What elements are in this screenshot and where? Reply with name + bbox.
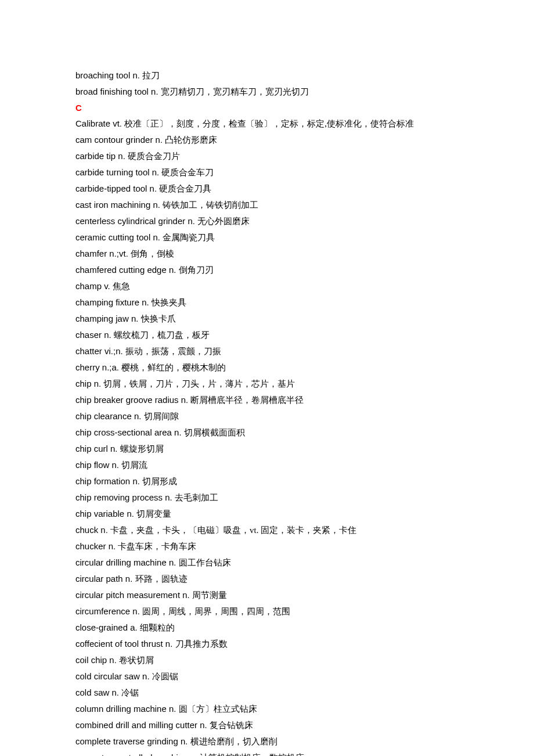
term: chaser n.	[75, 330, 114, 340]
term: chip curl n.	[75, 444, 120, 453]
term: coffecient of tool thrust n.	[75, 639, 175, 649]
definition: 振动，振荡，震颤，刀振	[125, 347, 221, 356]
definition: 横进给磨削，切入磨削	[190, 737, 277, 746]
term: cold saw n.	[75, 687, 121, 697]
section-heading: C	[75, 100, 459, 116]
definition: 焦急	[113, 282, 130, 291]
definition: 金属陶瓷刀具	[163, 233, 215, 242]
definition: 圆〔方〕柱立式钻床	[179, 704, 257, 714]
glossary-entry: cold circular saw n. 冷圆锯	[75, 668, 459, 685]
term: cast iron machining n.	[75, 200, 163, 210]
definition: 螺旋形切屑	[120, 444, 164, 453]
term: carbide-tipped tool n.	[75, 183, 159, 193]
term: circumference n.	[75, 606, 142, 616]
term: chip breaker groove radius n.	[75, 395, 190, 405]
term: champ v.	[75, 281, 113, 291]
term: circular pitch measurement n.	[75, 590, 192, 600]
definition: 铸铁加工，铸铁切削加工	[163, 200, 258, 210]
term: chip flow n.	[75, 460, 121, 470]
definition: 硬质合金车刀	[161, 168, 214, 177]
term: broaching tool n.	[75, 70, 142, 80]
term: chuck n.	[75, 525, 110, 535]
term: circular drilling machine n.	[75, 557, 179, 567]
glossary-entry: cherry n.;a. 樱桃，鲜红的，樱桃木制的	[75, 359, 459, 376]
term: champing fixture n.	[75, 297, 151, 307]
term: chip cross-sectional area n.	[75, 427, 184, 437]
glossary-entry: broad finishing tool n. 宽刃精切刀，宽刃精车刀，宽刃光切…	[75, 84, 459, 100]
glossary-entry: chip clearance n. 切屑间隙	[75, 408, 459, 424]
term: chatter vi.;n.	[75, 346, 125, 356]
term: chamfer n.;vt.	[75, 249, 131, 258]
term: ceramic cutting tool n.	[75, 232, 163, 242]
glossary-entry: broaching tool n. 拉刀	[75, 67, 459, 84]
definition: 断屑槽底半径，卷屑槽底半径	[190, 395, 304, 405]
glossary-entry: chaser n. 螺纹梳刀，梳刀盘，板牙	[75, 327, 459, 343]
definition: 复合钻铣床	[210, 721, 253, 730]
glossary-entry: chip curl n. 螺旋形切屑	[75, 441, 459, 457]
glossary-entry: carbide-tipped tool n. 硬质合金刀具	[75, 181, 459, 197]
glossary-entry: cold saw n. 冷锯	[75, 685, 459, 701]
term: close-grained a.	[75, 622, 140, 632]
definition: 卷状切屑	[119, 656, 154, 665]
glossary-entry: chucker n. 卡盘车床，卡角车床	[75, 538, 459, 555]
glossary-entry: carbide tip n. 硬质合金刀片	[75, 148, 459, 164]
definition: 切屑变量	[136, 509, 171, 519]
glossary-entry: chip breaker groove radius n. 断屑槽底半径，卷屑槽…	[75, 392, 459, 408]
term: centerless cylindrical grinder n.	[75, 216, 197, 226]
term: chip variable n.	[75, 509, 136, 519]
definition: 倒角刀刃	[179, 265, 214, 275]
definition: 切屑流	[121, 460, 147, 470]
term: chamfered cutting edge n.	[75, 265, 179, 275]
term: Calibrate vt.	[75, 118, 124, 128]
term: cherry n.;a.	[75, 362, 121, 372]
glossary-entry: circular drilling machine n. 圆工作台钻床	[75, 555, 459, 571]
definition: 倒角，倒棱	[131, 249, 174, 258]
term: cold circular saw n.	[75, 671, 152, 681]
definition: 计算机控制机床，数控机床	[200, 753, 304, 756]
term: chip n.	[75, 379, 103, 388]
glossary-entry: chip flow n. 切屑流	[75, 457, 459, 473]
glossary-entry: champing jaw n. 快换卡爪	[75, 311, 459, 327]
glossary-entry: champing fixture n. 快换夹具	[75, 294, 459, 311]
term: chip formation n.	[75, 476, 142, 486]
glossary-entry: complete traverse grinding n. 横进给磨削，切入磨削	[75, 733, 459, 750]
term: champing jaw n.	[75, 314, 141, 323]
term: complete traverse grinding n.	[75, 736, 190, 746]
definition: 刀具推力系数	[175, 639, 228, 649]
term: computer-controlled machine n.	[75, 753, 200, 756]
document-page: broaching tool n. 拉刀broad finishing tool…	[0, 0, 534, 756]
glossary-entry: chip n. 切屑，铁屑，刀片，刀头，片，薄片，芯片，基片	[75, 376, 459, 392]
glossary-entry: ceramic cutting tool n. 金属陶瓷刀具	[75, 229, 459, 246]
term: coil chip n.	[75, 655, 119, 665]
glossary-entry: Calibrate vt. 校准〔正〕，刻度，分度，检查〔验〕，定标，标定,使标…	[75, 116, 459, 132]
definition: 硬质合金刀片	[128, 152, 180, 161]
term: circular path n.	[75, 574, 135, 584]
definition: 切屑间隙	[144, 412, 179, 421]
term: combined drill and milling cutter n.	[75, 720, 210, 730]
definition: 环路，圆轨迹	[135, 574, 187, 584]
glossary-entry: combined drill and milling cutter n. 复合钻…	[75, 717, 459, 733]
definition: 宽刃精切刀，宽刃精车刀，宽刃光切刀	[161, 87, 309, 96]
term: carbide turning tool n.	[75, 167, 161, 177]
glossary-entry: cast iron machining n. 铸铁加工，铸铁切削加工	[75, 197, 459, 213]
definition: 快换卡爪	[141, 314, 176, 323]
definition: 快换夹具	[151, 298, 186, 307]
definition: 细颗粒的	[140, 623, 175, 632]
definition: 校准〔正〕，刻度，分度，检查〔验〕，定标，标定,使标准化，使符合标准	[124, 119, 414, 128]
glossary-entry: chuck n. 卡盘，夹盘，卡头，〔电磁〕吸盘，vt. 固定，装卡，夹紧，卡住	[75, 522, 459, 538]
term: carbide tip n.	[75, 151, 128, 161]
definition: 无心外圆磨床	[197, 217, 250, 226]
glossary-entry: close-grained a. 细颗粒的	[75, 620, 459, 636]
definition: 去毛刺加工	[175, 493, 218, 502]
glossary-entry: chip removing process n. 去毛刺加工	[75, 489, 459, 506]
definition: 螺纹梳刀，梳刀盘，板牙	[114, 330, 210, 340]
glossary-entry: circular pitch measurement n. 周节测量	[75, 587, 459, 603]
definition: 切屑横截面面积	[184, 428, 245, 437]
definition: 卡盘，夹盘，卡头，〔电磁〕吸盘，vt. 固定，装卡，夹紧，卡住	[110, 525, 356, 535]
glossary-entry: chatter vi.;n. 振动，振荡，震颤，刀振	[75, 343, 459, 359]
glossary-entry: centerless cylindrical grinder n. 无心外圆磨床	[75, 213, 459, 229]
term: chip clearance n.	[75, 411, 144, 421]
term: chucker n.	[75, 541, 118, 551]
term: broad finishing tool n.	[75, 87, 161, 96]
glossary-entry: circumference n. 圆周，周线，周界，周围，四周，范围	[75, 603, 459, 620]
